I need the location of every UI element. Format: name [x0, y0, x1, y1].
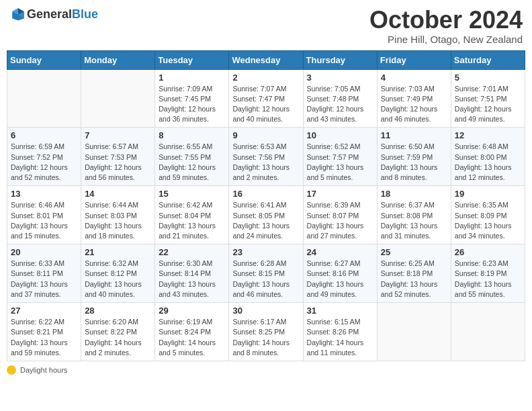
day-number: 26: [455, 247, 521, 257]
day-number: 6: [11, 130, 77, 140]
day-info: Sunrise: 6:33 AM Sunset: 8:11 PM Dayligh…: [11, 259, 77, 300]
calendar-cell: 16Sunrise: 6:41 AM Sunset: 8:05 PM Dayli…: [229, 186, 303, 244]
calendar-week-row: 20Sunrise: 6:33 AM Sunset: 8:11 PM Dayli…: [7, 244, 525, 303]
day-info: Sunrise: 6:27 AM Sunset: 8:16 PM Dayligh…: [307, 259, 373, 300]
location-title: Pine Hill, Otago, New Zealand: [369, 34, 523, 45]
title-area: October 2024 Pine Hill, Otago, New Zeala…: [369, 7, 523, 45]
day-info: Sunrise: 7:03 AM Sunset: 7:49 PM Dayligh…: [381, 84, 447, 125]
calendar-body: 1Sunrise: 7:09 AM Sunset: 7:45 PM Daylig…: [7, 69, 525, 361]
day-number: 12: [455, 130, 521, 140]
day-of-week-header: Saturday: [451, 50, 525, 69]
day-number: 18: [381, 189, 447, 199]
day-info: Sunrise: 6:28 AM Sunset: 8:15 PM Dayligh…: [232, 259, 299, 300]
footer: Daylight hours: [7, 365, 525, 375]
calendar-cell: 29Sunrise: 6:19 AM Sunset: 8:24 PM Dayli…: [155, 303, 229, 361]
calendar-cell: [377, 303, 451, 361]
day-number: 24: [307, 247, 373, 257]
day-info: Sunrise: 6:53 AM Sunset: 7:56 PM Dayligh…: [232, 142, 299, 183]
day-info: Sunrise: 6:20 AM Sunset: 8:22 PM Dayligh…: [85, 317, 151, 358]
day-number: 3: [307, 73, 373, 83]
day-number: 14: [85, 189, 151, 199]
day-number: 9: [232, 130, 299, 140]
day-number: 17: [307, 189, 373, 199]
header: GeneralBlue October 2024 Pine Hill, Otag…: [7, 7, 525, 45]
calendar-cell: 6Sunrise: 6:59 AM Sunset: 7:52 PM Daylig…: [7, 128, 81, 186]
day-info: Sunrise: 6:44 AM Sunset: 8:03 PM Dayligh…: [85, 200, 151, 241]
sun-icon: [7, 365, 16, 375]
calendar-cell: 9Sunrise: 6:53 AM Sunset: 7:56 PM Daylig…: [229, 128, 303, 186]
calendar-cell: 5Sunrise: 7:01 AM Sunset: 7:51 PM Daylig…: [451, 69, 525, 128]
day-info: Sunrise: 6:50 AM Sunset: 7:59 PM Dayligh…: [381, 142, 447, 183]
day-info: Sunrise: 6:39 AM Sunset: 8:07 PM Dayligh…: [307, 200, 373, 241]
calendar-cell: 8Sunrise: 6:55 AM Sunset: 7:55 PM Daylig…: [155, 128, 229, 186]
day-info: Sunrise: 6:46 AM Sunset: 8:01 PM Dayligh…: [11, 200, 77, 241]
day-of-week-header: Thursday: [303, 50, 377, 69]
day-number: 20: [11, 247, 77, 257]
day-info: Sunrise: 7:01 AM Sunset: 7:51 PM Dayligh…: [455, 84, 521, 125]
day-info: Sunrise: 6:48 AM Sunset: 8:00 PM Dayligh…: [455, 142, 521, 183]
day-info: Sunrise: 6:59 AM Sunset: 7:52 PM Dayligh…: [11, 142, 77, 183]
calendar-cell: 30Sunrise: 6:17 AM Sunset: 8:25 PM Dayli…: [229, 303, 303, 361]
day-info: Sunrise: 6:19 AM Sunset: 8:24 PM Dayligh…: [159, 317, 225, 358]
day-info: Sunrise: 6:52 AM Sunset: 7:57 PM Dayligh…: [307, 142, 373, 183]
calendar-cell: 21Sunrise: 6:32 AM Sunset: 8:12 PM Dayli…: [81, 244, 155, 303]
logo: GeneralBlue: [9, 7, 98, 21]
calendar-cell: [7, 69, 81, 128]
day-info: Sunrise: 6:37 AM Sunset: 8:08 PM Dayligh…: [381, 200, 447, 241]
calendar-header-row: SundayMondayTuesdayWednesdayThursdayFrid…: [7, 50, 525, 69]
calendar-week-row: 27Sunrise: 6:22 AM Sunset: 8:21 PM Dayli…: [7, 303, 525, 361]
calendar-cell: 25Sunrise: 6:25 AM Sunset: 8:18 PM Dayli…: [377, 244, 451, 303]
day-number: 7: [85, 130, 151, 140]
calendar-week-row: 13Sunrise: 6:46 AM Sunset: 8:01 PM Dayli…: [7, 186, 525, 244]
calendar-cell: 3Sunrise: 7:05 AM Sunset: 7:48 PM Daylig…: [303, 69, 377, 128]
day-number: 13: [11, 189, 77, 199]
day-of-week-header: Sunday: [7, 50, 81, 69]
day-number: 8: [159, 130, 225, 140]
day-info: Sunrise: 6:30 AM Sunset: 8:14 PM Dayligh…: [159, 259, 225, 300]
day-number: 11: [381, 130, 447, 140]
calendar-cell: 20Sunrise: 6:33 AM Sunset: 8:11 PM Dayli…: [7, 244, 81, 303]
calendar-cell: 1Sunrise: 7:09 AM Sunset: 7:45 PM Daylig…: [155, 69, 229, 128]
day-number: 16: [232, 189, 299, 199]
day-info: Sunrise: 6:25 AM Sunset: 8:18 PM Dayligh…: [381, 259, 447, 300]
calendar-cell: 23Sunrise: 6:28 AM Sunset: 8:15 PM Dayli…: [229, 244, 303, 303]
day-number: 21: [85, 247, 151, 257]
day-of-week-header: Friday: [377, 50, 451, 69]
day-number: 25: [381, 247, 447, 257]
calendar-cell: 28Sunrise: 6:20 AM Sunset: 8:22 PM Dayli…: [81, 303, 155, 361]
day-info: Sunrise: 6:32 AM Sunset: 8:12 PM Dayligh…: [85, 259, 151, 300]
calendar-cell: 12Sunrise: 6:48 AM Sunset: 8:00 PM Dayli…: [451, 128, 525, 186]
day-number: 23: [232, 247, 299, 257]
day-info: Sunrise: 7:09 AM Sunset: 7:45 PM Dayligh…: [159, 84, 225, 125]
day-of-week-header: Wednesday: [229, 50, 303, 69]
calendar-cell: 4Sunrise: 7:03 AM Sunset: 7:49 PM Daylig…: [377, 69, 451, 128]
calendar-cell: 26Sunrise: 6:23 AM Sunset: 8:19 PM Dayli…: [451, 244, 525, 303]
logo-general-text: General: [27, 7, 72, 21]
calendar-cell: 18Sunrise: 6:37 AM Sunset: 8:08 PM Dayli…: [377, 186, 451, 244]
calendar-cell: 10Sunrise: 6:52 AM Sunset: 7:57 PM Dayli…: [303, 128, 377, 186]
calendar-cell: 13Sunrise: 6:46 AM Sunset: 8:01 PM Dayli…: [7, 186, 81, 244]
day-info: Sunrise: 6:42 AM Sunset: 8:04 PM Dayligh…: [159, 200, 225, 241]
logo-icon: [11, 7, 26, 21]
day-number: 27: [11, 306, 77, 316]
day-number: 2: [232, 73, 299, 83]
day-number: 28: [85, 306, 151, 316]
day-info: Sunrise: 7:07 AM Sunset: 7:47 PM Dayligh…: [232, 84, 299, 125]
day-number: 15: [159, 189, 225, 199]
calendar-cell: 24Sunrise: 6:27 AM Sunset: 8:16 PM Dayli…: [303, 244, 377, 303]
day-info: Sunrise: 6:55 AM Sunset: 7:55 PM Dayligh…: [159, 142, 225, 183]
day-info: Sunrise: 6:35 AM Sunset: 8:09 PM Dayligh…: [455, 200, 521, 241]
calendar-cell: 19Sunrise: 6:35 AM Sunset: 8:09 PM Dayli…: [451, 186, 525, 244]
day-info: Sunrise: 6:41 AM Sunset: 8:05 PM Dayligh…: [232, 200, 299, 241]
calendar-week-row: 6Sunrise: 6:59 AM Sunset: 7:52 PM Daylig…: [7, 128, 525, 186]
day-number: 31: [307, 306, 373, 316]
day-number: 4: [381, 73, 447, 83]
calendar-cell: 2Sunrise: 7:07 AM Sunset: 7:47 PM Daylig…: [229, 69, 303, 128]
calendar-week-row: 1Sunrise: 7:09 AM Sunset: 7:45 PM Daylig…: [7, 69, 525, 128]
day-number: 1: [159, 73, 225, 83]
calendar-cell: [451, 303, 525, 361]
day-info: Sunrise: 6:15 AM Sunset: 8:26 PM Dayligh…: [307, 317, 373, 358]
day-info: Sunrise: 6:57 AM Sunset: 7:53 PM Dayligh…: [85, 142, 151, 183]
calendar-cell: 11Sunrise: 6:50 AM Sunset: 7:59 PM Dayli…: [377, 128, 451, 186]
calendar-cell: 7Sunrise: 6:57 AM Sunset: 7:53 PM Daylig…: [81, 128, 155, 186]
